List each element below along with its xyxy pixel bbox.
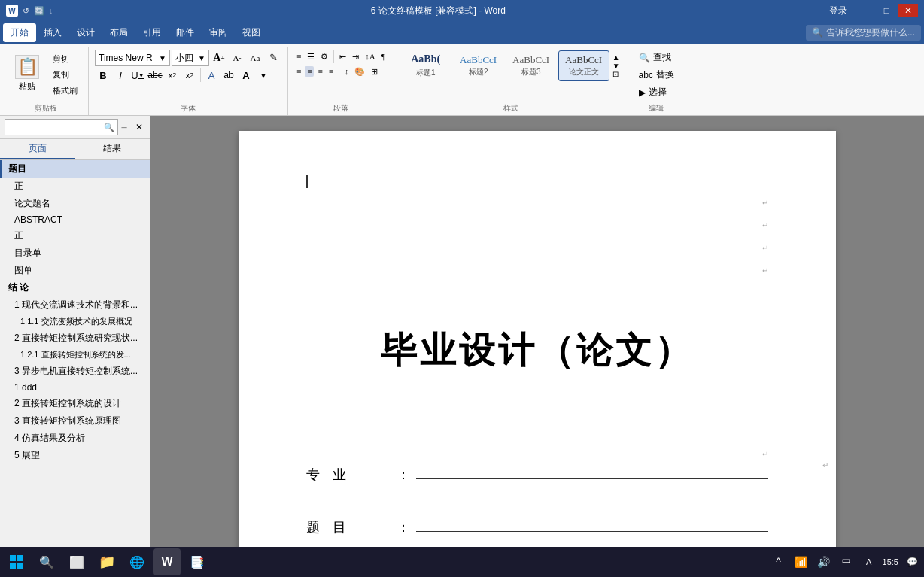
search-button[interactable]: 🔍	[33, 548, 60, 575]
notification-icon[interactable]: 💬	[903, 553, 921, 571]
form-line-title[interactable]	[416, 514, 768, 532]
font-color-dropdown[interactable]: ▼	[255, 68, 272, 83]
align-left-button[interactable]: ≡	[294, 66, 303, 77]
italic-button[interactable]: I	[112, 68, 129, 83]
list-item[interactable]: 图单	[0, 262, 150, 279]
ime2-icon[interactable]: A	[860, 553, 878, 571]
document-area[interactable]: ↵ ↵ ↵ ↵ 毕业设计（论文） ↵ 专 业 ： ↵ 题 目 ：	[150, 116, 924, 560]
decrease-indent-button[interactable]: ⇤	[337, 51, 348, 62]
text-effects-button[interactable]: A	[203, 68, 220, 83]
login-button[interactable]: 登录	[823, 3, 853, 19]
format-painter-button[interactable]: 格式刷	[48, 84, 82, 97]
cut-button[interactable]: 剪切	[48, 53, 82, 65]
menu-search[interactable]: 🔍 告诉我您想要做什么...	[806, 25, 921, 41]
minimize-button[interactable]: ─	[856, 4, 875, 17]
font-name-selector[interactable]: Times New R ▼	[95, 50, 170, 66]
menu-item-insert[interactable]: 插入	[36, 23, 69, 42]
list-item[interactable]: 论文题名	[0, 195, 150, 212]
list-item[interactable]: 正	[0, 178, 150, 195]
grow-font-button[interactable]: A+	[211, 50, 227, 66]
list-item[interactable]: 4 仿真结果及分析	[0, 430, 150, 447]
line-spacing-button[interactable]: ↕	[342, 66, 351, 77]
start-button[interactable]	[3, 548, 30, 575]
align-center-button[interactable]: ≡	[305, 66, 314, 77]
list-item[interactable]: 题目	[0, 160, 150, 178]
style-body[interactable]: AaBbCcI 论文正文	[558, 50, 609, 82]
replace-button[interactable]: abc 替换	[634, 67, 679, 83]
shading-button[interactable]: 🎨	[352, 66, 367, 77]
list-item[interactable]: 结 论	[0, 279, 150, 296]
underline-button[interactable]: U▼	[129, 68, 146, 83]
increase-indent-button[interactable]: ⇥	[350, 51, 361, 62]
superscript-button[interactable]: x2	[181, 68, 198, 83]
nav-close-button[interactable]: ✕	[133, 121, 145, 133]
tray-icon-1[interactable]: ^	[770, 553, 788, 571]
nav-tab-results[interactable]: 结果	[75, 139, 150, 159]
shrink-font-button[interactable]: A-	[229, 50, 245, 66]
find-button[interactable]: 🔍 查找	[634, 50, 676, 65]
network-icon[interactable]: 📶	[792, 553, 810, 571]
styles-up[interactable]: ▲	[612, 53, 620, 62]
list-item[interactable]: 2 直接转矩控制系统研究现状...	[0, 329, 150, 347]
list-item[interactable]: 1.1.1 交流变频技术的发展概况	[0, 314, 150, 329]
borders-button[interactable]: ⊞	[369, 66, 380, 77]
style-heading2[interactable]: AaBbCcI 标题2	[453, 50, 504, 82]
style-heading1[interactable]: AaBb( 标题1	[400, 50, 451, 82]
multilevel-button[interactable]: ⚙	[318, 51, 330, 62]
volume-icon[interactable]: 🔊	[815, 553, 833, 571]
show-marks-button[interactable]: ¶	[379, 51, 388, 62]
chrome-button[interactable]: 🌐	[123, 548, 150, 575]
style-heading3[interactable]: AaBbCcI 标题3	[506, 50, 557, 82]
nav-search-icon[interactable]: 🔍	[104, 123, 114, 132]
menu-item-design[interactable]: 设计	[69, 23, 102, 42]
list-item[interactable]: 3 异步电机直接转矩控制系统...	[0, 363, 150, 380]
list-item[interactable]: 正	[0, 227, 150, 244]
form-line-major[interactable]: ↵	[416, 461, 768, 479]
case-button[interactable]: Aa	[247, 50, 263, 66]
restore-button[interactable]: □	[878, 4, 895, 17]
subscript-button[interactable]: x2	[164, 68, 181, 83]
list-item[interactable]: ABSTRACT	[0, 212, 150, 227]
word-taskbar-button[interactable]: W	[153, 548, 181, 575]
paste-button[interactable]: 📋 粘贴	[9, 50, 45, 97]
numbering-button[interactable]: ☰	[305, 51, 317, 62]
menu-item-layout[interactable]: 布局	[102, 23, 135, 42]
copy-button[interactable]: 复制	[48, 68, 82, 81]
bold-button[interactable]: B	[95, 68, 111, 83]
bullets-button[interactable]: ≡	[294, 51, 303, 62]
highlight-button[interactable]: ab	[220, 68, 237, 83]
nav-tab-pages[interactable]: 页面	[0, 139, 75, 159]
app5-button[interactable]: 📑	[184, 548, 211, 575]
list-item[interactable]: 1 现代交流调速技术的背景和...	[0, 296, 150, 314]
select-button[interactable]: ▶ 选择	[634, 84, 671, 100]
font-size-selector[interactable]: 小四 ▼	[172, 50, 209, 66]
task-view-button[interactable]: ⬜	[63, 548, 90, 575]
list-item[interactable]: 2 直接转矩控制系统的设计	[0, 395, 150, 412]
list-item[interactable]: 目录单	[0, 244, 150, 262]
align-right-button[interactable]: ≡	[315, 66, 324, 77]
system-clock[interactable]: 15:5	[883, 557, 898, 566]
list-item[interactable]: 1.2.1 直接转矩控制系统的发...	[0, 347, 150, 363]
list-item[interactable]: 1 ddd	[0, 380, 150, 395]
font-color-button[interactable]: A	[238, 68, 254, 83]
list-item[interactable]: 5 展望	[0, 447, 150, 464]
nav-search[interactable]: 🔍	[5, 119, 118, 135]
justify-button[interactable]: ≡	[327, 66, 336, 77]
ime-icon[interactable]: 中	[837, 553, 856, 571]
styles-down[interactable]: ▼	[612, 62, 620, 70]
file-explorer-button[interactable]: 📁	[93, 548, 120, 575]
menu-item-start[interactable]: 开始	[3, 23, 36, 42]
sort-button[interactable]: ↕A	[363, 51, 377, 62]
nav-search-input[interactable]	[8, 123, 102, 132]
styles-more[interactable]: ⊡	[612, 70, 620, 78]
document-page[interactable]: ↵ ↵ ↵ ↵ 毕业设计（论文） ↵ 专 业 ： ↵ 题 目 ：	[239, 131, 836, 560]
strikethrough-button[interactable]: abc	[147, 68, 163, 83]
menu-item-view[interactable]: 视图	[235, 23, 268, 42]
list-item[interactable]: 3 直接转矩控制系统原理图	[0, 412, 150, 430]
close-button[interactable]: ✕	[898, 4, 918, 17]
menu-item-mail[interactable]: 邮件	[169, 23, 202, 42]
menu-item-review[interactable]: 审阅	[202, 23, 235, 42]
nav-minimize-button[interactable]: ─	[118, 121, 130, 133]
clear-format-button[interactable]: ✎	[265, 50, 281, 66]
menu-item-references[interactable]: 引用	[135, 23, 169, 42]
